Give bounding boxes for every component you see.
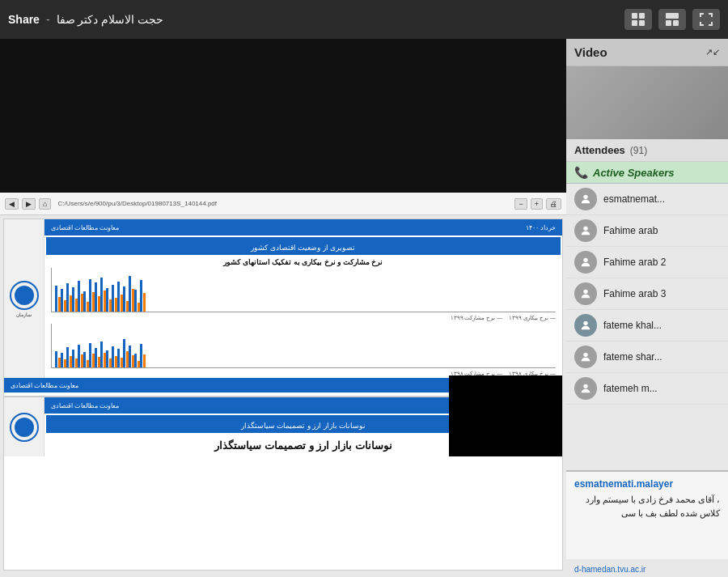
grid-view-button[interactable]	[624, 9, 652, 30]
attendees-label: Attendees	[574, 144, 625, 156]
top-bar-icons	[624, 9, 720, 30]
svg-rect-2	[632, 20, 637, 26]
chat-username: esmatnemati.malayer	[574, 478, 720, 490]
slide1-date: خرداد ۱۴۰۰	[526, 224, 556, 231]
forward-btn[interactable]: ▶	[22, 198, 36, 210]
svg-rect-0	[632, 13, 637, 19]
svg-point-9	[583, 258, 587, 262]
chat-message: ، آقای محمد فرخ زادی با سیستم وارد کلاس …	[574, 493, 720, 520]
slide1-dept: معاونت مطالعات اقتصادی	[51, 224, 119, 231]
slide2-title-inner: نوسانات بازار ارز و تصمیمات سیاستگذار	[241, 422, 366, 430]
logo-area: سازمان	[4, 219, 44, 378]
svg-point-12	[583, 353, 587, 357]
top-bar: Share - حجت الاسلام دکتر صفا	[0, 0, 728, 39]
slide1-chart-title: نرخ مشارکت و نرخ بیکاری به تفکیک استانها…	[44, 257, 562, 268]
black-overlay	[449, 375, 562, 456]
chart1-bars	[55, 276, 146, 312]
expand-icon[interactable]: ↗↙	[705, 47, 720, 57]
svg-point-7	[583, 195, 587, 199]
video-label: Video	[574, 45, 607, 59]
attendee-name-0: esmatnemat...	[603, 193, 665, 205]
chart2-bars	[55, 339, 146, 367]
top-bar-left: Share - حجت الاسلام دکتر صفا	[8, 13, 163, 26]
attendee-name-1: Fahime arab	[603, 225, 658, 236]
attendee-name-3: Fahime arab 3	[603, 288, 666, 299]
video-black-area	[0, 39, 566, 193]
attendees-count: (91)	[630, 145, 647, 156]
active-speakers-bar: 📞 Active Speakers	[566, 162, 728, 184]
svg-point-13	[583, 384, 587, 388]
logo-text: سازمان	[16, 312, 32, 317]
footer-link[interactable]: d-hamedan.tvu.ac.ir	[574, 565, 645, 574]
zoom-out-btn[interactable]: −	[514, 198, 527, 210]
attendee-item-4[interactable]: fateme khal...	[566, 310, 728, 342]
left-panel: ◀ ▶ ⌂ C:/Users/s/e/900/pu/3/Desktop/0198…	[0, 39, 566, 577]
svg-rect-6	[673, 20, 679, 26]
attendee-avatar-5	[574, 346, 597, 368]
share-label: Share	[8, 13, 40, 26]
slide1-title-bar: تصویری از وضعیت اقتصادی کشور	[46, 237, 561, 255]
attendee-item-6[interactable]: fatemeh m...	[566, 373, 728, 405]
svg-rect-4	[666, 13, 679, 19]
slide2-dept: معاونت مطالعات اقتصادی	[51, 402, 119, 409]
chart2	[51, 324, 556, 368]
attendee-avatar-3	[574, 282, 597, 305]
main-content: ◀ ▶ ⌂ C:/Users/s/e/900/pu/3/Desktop/0198…	[0, 39, 728, 577]
attendee-item-5[interactable]: fateme shar...	[566, 342, 728, 373]
doc-toolbar: ◀ ▶ ⌂ C:/Users/s/e/900/pu/3/Desktop/0198…	[0, 193, 566, 215]
window-title: حجت الاسلام دکتر صفا	[57, 13, 164, 26]
svg-rect-5	[666, 20, 671, 26]
attendee-name-2: Fahime arab 2	[603, 257, 666, 268]
attendee-avatar-6	[574, 377, 597, 400]
bottom-link: d-hamedan.tvu.ac.ir	[566, 559, 728, 577]
zoom-in-btn[interactable]: +	[531, 198, 543, 210]
video-thumbnail	[566, 66, 728, 139]
svg-rect-3	[639, 20, 645, 26]
svg-rect-1	[639, 13, 645, 19]
slide1-footer-dept: معاونت مطالعات اقتصادی	[11, 382, 78, 389]
attendee-item-1[interactable]: Fahime arab	[566, 215, 728, 247]
attendee-name-4: fateme khal...	[603, 320, 662, 331]
chart1-legend: — نرخ بیکاری ۱۳۹۹ — نرخ مشارکت ۱۳۹۹	[44, 314, 562, 322]
fullscreen-button[interactable]	[692, 9, 720, 30]
separator: -	[46, 13, 50, 26]
right-top-header: Video ↗↙	[566, 39, 728, 66]
print-btn[interactable]: 🖨	[546, 198, 561, 210]
attendee-list: esmatnemat... Fahime arab Fahime arab 2 …	[566, 184, 728, 470]
home-btn[interactable]: ⌂	[39, 198, 51, 210]
layout-button[interactable]	[658, 9, 686, 30]
attendee-item-2[interactable]: Fahime arab 2	[566, 247, 728, 278]
attendee-avatar-4	[574, 314, 597, 337]
right-panel: Video ↗↙ Attendees (91) 📞 Active Speaker…	[566, 39, 728, 577]
attendee-name-6: fatemeh m...	[603, 383, 658, 394]
svg-point-11	[583, 321, 587, 325]
attendee-item-0[interactable]: esmatnemat...	[566, 184, 728, 215]
slide2-logo-area	[4, 397, 44, 456]
chart1	[51, 268, 556, 312]
attendee-avatar-0	[574, 188, 597, 210]
attendee-avatar-2	[574, 251, 597, 274]
file-path: C:/Users/s/e/900/pu/3/Desktop/01980713S_…	[57, 200, 511, 207]
attendee-name-5: fateme shar...	[603, 351, 662, 363]
doc-content: سازمان معاونت مطالعات اقتصادی خرداد ۱۴۰۰…	[3, 218, 563, 571]
phone-icon: 📞	[574, 166, 588, 179]
bottom-chat: esmatnemati.malayer ، آقای محمد فرخ زادی…	[566, 470, 728, 559]
slide1-header: معاونت مطالعات اقتصادی خرداد ۱۴۰۰	[44, 219, 562, 235]
svg-point-10	[583, 290, 587, 294]
attendee-avatar-1	[574, 219, 597, 242]
slide2: معاونت مطالعات اقتصادی خرداد ۱۴۰۰ نوسانا…	[4, 396, 562, 456]
slide1-title: تصویری از وضعیت اقتصادی کشور	[251, 244, 355, 252]
svg-point-8	[583, 227, 587, 231]
attendee-item-3[interactable]: Fahime arab 3	[566, 278, 728, 310]
back-btn[interactable]: ◀	[5, 198, 19, 210]
attendees-bar: Attendees (91)	[566, 139, 728, 162]
active-speakers-label: Active Speakers	[593, 167, 674, 179]
document-area: ◀ ▶ ⌂ C:/Users/s/e/900/pu/3/Desktop/0198…	[0, 193, 566, 577]
